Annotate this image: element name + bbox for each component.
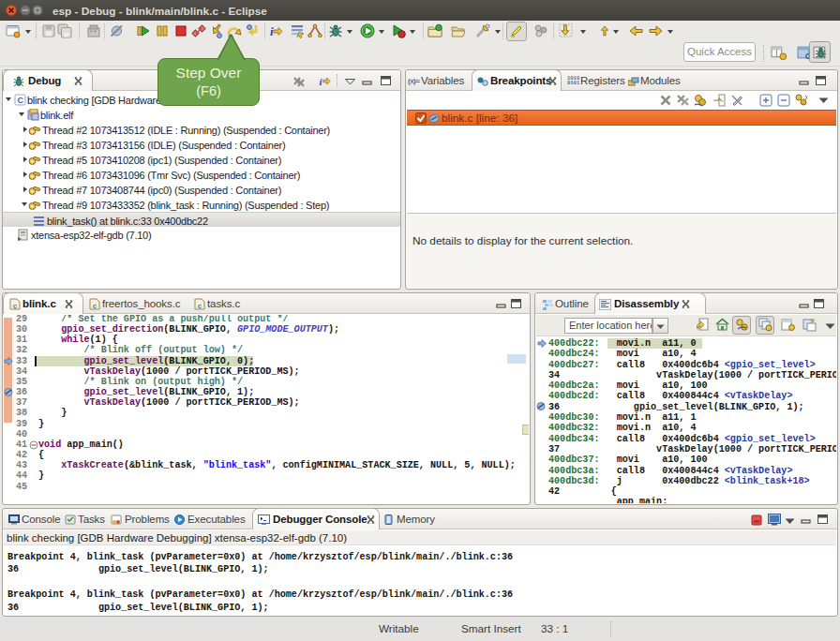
svg-text:c: c [198, 302, 202, 310]
svg-text:i: i [319, 77, 322, 87]
svg-text:c: c [13, 302, 18, 310]
svg-text:c: c [93, 302, 98, 310]
svg-text:C: C [17, 96, 23, 105]
svg-text:i: i [270, 24, 274, 38]
